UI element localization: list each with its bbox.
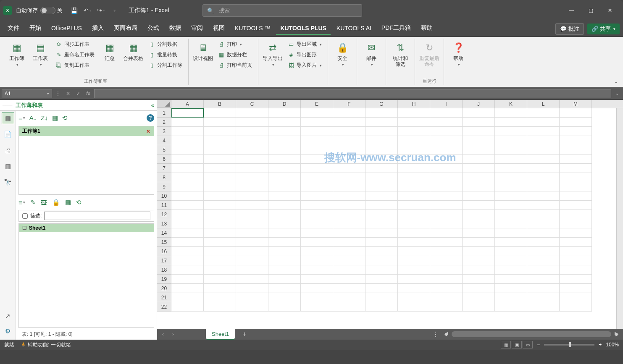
zoom-in-button[interactable]: +	[599, 342, 602, 348]
column-header[interactable]: M	[560, 100, 592, 108]
cell[interactable]	[333, 164, 365, 173]
cell[interactable]	[430, 118, 463, 127]
cell[interactable]	[204, 265, 236, 275]
cell[interactable]	[301, 118, 333, 127]
cell[interactable]	[560, 238, 592, 247]
cell[interactable]	[301, 247, 333, 256]
cell[interactable]	[301, 201, 333, 210]
cell[interactable]	[365, 275, 398, 284]
cell[interactable]	[236, 164, 268, 173]
cell[interactable]	[204, 164, 236, 173]
cell[interactable]	[268, 118, 301, 127]
cell[interactable]	[463, 191, 495, 201]
panel-sort-desc-button[interactable]: Z↓	[41, 114, 48, 121]
cell[interactable]	[398, 219, 430, 228]
cell[interactable]	[301, 155, 333, 164]
cell[interactable]	[236, 145, 268, 155]
cell[interactable]	[365, 284, 398, 293]
add-sheet-button[interactable]: +	[237, 330, 252, 338]
cell[interactable]	[560, 108, 592, 118]
cell[interactable]	[333, 201, 365, 210]
cell[interactable]	[204, 155, 236, 164]
column-header[interactable]: C	[236, 100, 268, 108]
cell[interactable]	[560, 228, 592, 238]
cell[interactable]	[463, 228, 495, 238]
cell[interactable]	[527, 136, 560, 145]
cell[interactable]	[171, 238, 204, 247]
cell[interactable]	[430, 108, 463, 118]
cell[interactable]	[560, 127, 592, 136]
cell[interactable]	[430, 219, 463, 228]
cell[interactable]	[495, 118, 527, 127]
cell[interactable]	[398, 108, 430, 118]
cell[interactable]	[398, 164, 430, 173]
cell[interactable]	[301, 127, 333, 136]
cell[interactable]	[560, 145, 592, 155]
panel-tab-autotext[interactable]: 📄	[2, 128, 14, 140]
tab-view[interactable]: 视图	[209, 22, 229, 36]
cell[interactable]	[463, 210, 495, 219]
sheet-checkbox-icon[interactable]: ☐	[22, 225, 27, 231]
cell[interactable]	[301, 145, 333, 155]
accept-formula-button[interactable]: ✓	[74, 89, 82, 98]
cell[interactable]	[430, 182, 463, 191]
cell[interactable]	[365, 108, 398, 118]
cell[interactable]	[365, 210, 398, 219]
cell[interactable]	[430, 265, 463, 275]
row-header[interactable]: 13	[157, 219, 171, 228]
workbook-close-icon[interactable]: ✕	[146, 128, 150, 134]
cell[interactable]	[171, 275, 204, 284]
cell[interactable]	[495, 191, 527, 201]
share-button[interactable]: 🔗 共享 ▾	[587, 24, 620, 34]
cell[interactable]	[365, 238, 398, 247]
cell[interactable]	[268, 293, 301, 302]
cell[interactable]	[527, 293, 560, 302]
cell[interactable]	[463, 247, 495, 256]
cell[interactable]	[236, 108, 268, 118]
cell[interactable]	[495, 228, 527, 238]
cell[interactable]	[463, 219, 495, 228]
cell[interactable]	[398, 238, 430, 247]
panel2-edit-button[interactable]: ✎	[30, 199, 36, 206]
search-box[interactable]: 🔍 搜索	[202, 4, 362, 17]
cell[interactable]	[495, 275, 527, 284]
panel-tab-find[interactable]: 🔭	[2, 176, 14, 188]
accessibility-status[interactable]: 🧍 辅助功能: 一切就绪	[20, 341, 71, 348]
tab-kutoolsai[interactable]: KUTOOLS AI	[332, 22, 376, 35]
cell[interactable]	[204, 182, 236, 191]
cell[interactable]	[495, 247, 527, 256]
cell[interactable]	[495, 164, 527, 173]
cell[interactable]	[398, 275, 430, 284]
select-all-corner[interactable]	[157, 100, 171, 108]
cell[interactable]	[301, 275, 333, 284]
cell[interactable]	[333, 191, 365, 201]
cell[interactable]	[204, 228, 236, 238]
cell[interactable]	[204, 108, 236, 118]
cell[interactable]	[268, 210, 301, 219]
cell[interactable]	[204, 256, 236, 265]
cell[interactable]	[171, 118, 204, 127]
cell[interactable]	[430, 136, 463, 145]
panel-collapse-button[interactable]: «	[151, 102, 154, 108]
cell[interactable]	[398, 293, 430, 302]
cell[interactable]	[365, 136, 398, 145]
row-header[interactable]: 12	[157, 210, 171, 219]
row-header[interactable]: 9	[157, 182, 171, 191]
mail-button[interactable]: ✉邮件▾	[360, 39, 382, 69]
cell[interactable]	[268, 173, 301, 182]
close-button[interactable]: ✕	[600, 4, 620, 17]
cell[interactable]	[333, 145, 365, 155]
cell[interactable]	[236, 127, 268, 136]
cell[interactable]	[365, 256, 398, 265]
cell[interactable]	[560, 265, 592, 275]
cell[interactable]	[204, 302, 236, 312]
cell[interactable]	[527, 302, 560, 312]
cell[interactable]	[268, 284, 301, 293]
cell[interactable]	[527, 182, 560, 191]
redo-last-button[interactable]: ↻重复最后 命令	[418, 39, 440, 69]
cell[interactable]	[527, 284, 560, 293]
data-columns-button[interactable]: ▦数据分栏	[216, 50, 255, 60]
row-header[interactable]: 19	[157, 275, 171, 284]
cell[interactable]	[495, 201, 527, 210]
cell[interactable]	[398, 127, 430, 136]
